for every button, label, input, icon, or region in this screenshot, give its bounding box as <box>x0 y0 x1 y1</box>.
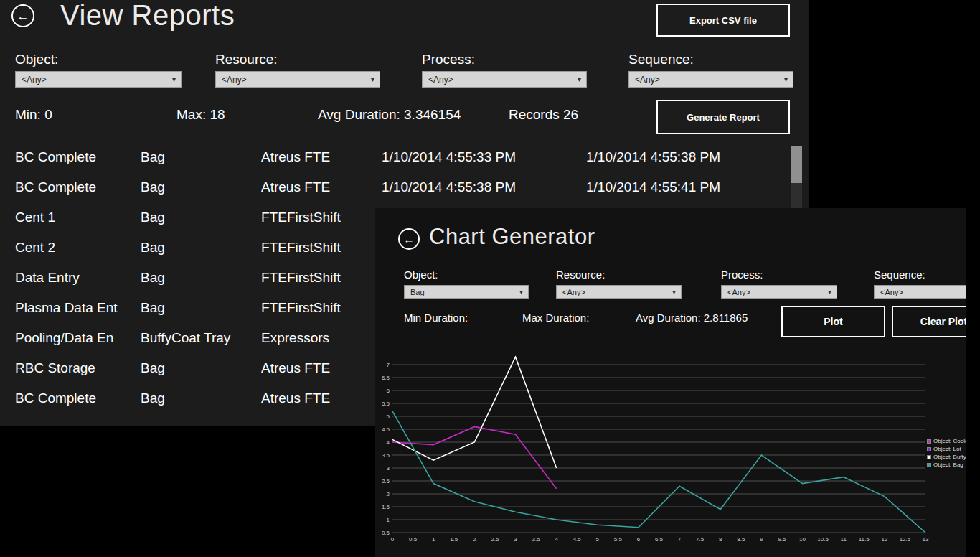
sequence-dropdown[interactable]: <Any> ▾ <box>874 285 966 299</box>
legend-item: Object: Buffy <box>927 454 966 460</box>
svg-text:4.5: 4.5 <box>382 426 390 433</box>
svg-text:4.5: 4.5 <box>573 536 582 543</box>
svg-text:6.5: 6.5 <box>382 375 390 381</box>
svg-text:4: 4 <box>555 536 558 543</box>
table-cell: Bag <box>141 383 261 413</box>
chevron-down-icon: ▾ <box>578 76 586 83</box>
svg-text:1: 1 <box>387 517 390 523</box>
svg-text:12: 12 <box>881 536 887 543</box>
svg-text:3.5: 3.5 <box>532 536 540 543</box>
svg-text:8.5: 8.5 <box>737 536 745 543</box>
avg-duration-stat: Avg Duration: 2.811865 <box>636 312 748 324</box>
chart-plot-area: 0.511.522.533.544.555.566.5700.511.522.5… <box>381 352 955 549</box>
object-dropdown[interactable]: Bag ▾ <box>404 285 529 299</box>
dropdown-value: <Any> <box>216 75 371 85</box>
svg-text:12.5: 12.5 <box>900 536 911 543</box>
dropdown-value: <Any> <box>16 75 172 85</box>
min-duration-stat: Min Duration: <box>404 312 468 324</box>
back-icon: ← <box>404 233 415 245</box>
scrollbar-thumb[interactable] <box>791 146 802 183</box>
svg-text:2: 2 <box>473 536 476 543</box>
legend-item: Object: Lot <box>927 446 966 452</box>
dropdown-value: Bag <box>405 288 519 296</box>
svg-text:5: 5 <box>387 413 390 420</box>
table-cell: Bag <box>141 202 261 233</box>
table-cell: FTEFirstShift <box>261 202 382 233</box>
resource-dropdown[interactable]: <Any> ▾ <box>215 71 380 88</box>
svg-text:11: 11 <box>841 536 847 543</box>
svg-text:5.5: 5.5 <box>614 536 623 543</box>
svg-text:2.5: 2.5 <box>382 478 390 485</box>
generate-report-button[interactable]: Generate Report <box>656 100 790 134</box>
legend-label: Object: Bag <box>933 462 963 468</box>
svg-text:2: 2 <box>387 491 390 497</box>
svg-text:6: 6 <box>637 536 641 543</box>
process-filter-label: Process: <box>422 52 475 67</box>
svg-text:10: 10 <box>799 536 806 543</box>
clear-plot-button[interactable]: Clear Plot <box>892 306 966 337</box>
desktop-background: ← View Reports Export CSV file Object: R… <box>0 0 980 557</box>
resource-filter-label: Resource: <box>556 268 605 281</box>
back-button[interactable]: ← <box>398 228 420 250</box>
svg-text:4: 4 <box>387 439 390 446</box>
max-stat: Max: 18 <box>176 107 225 123</box>
sequence-filter-label: Sequence: <box>628 52 694 67</box>
table-row[interactable]: BC CompleteBagAtreus FTE1/10/2014 4:55:3… <box>15 172 776 202</box>
sequence-dropdown[interactable]: <Any> ▾ <box>628 71 793 88</box>
legend-label: Object: Lot <box>933 446 961 452</box>
table-cell: Expressors <box>261 323 382 353</box>
page-title: View Reports <box>60 0 235 32</box>
svg-text:2.5: 2.5 <box>491 536 499 543</box>
svg-text:6: 6 <box>387 388 390 394</box>
legend-swatch-icon <box>927 463 931 467</box>
svg-text:5: 5 <box>596 536 600 543</box>
chart-generator-window: ← Chart Generator Object: Resource: Proc… <box>375 208 966 557</box>
table-cell: Bag <box>141 233 261 263</box>
svg-text:0: 0 <box>391 536 395 543</box>
chart-legend: Object: CooleObject: LotObject: BuffyObj… <box>927 438 966 469</box>
table-cell: Cent 1 <box>15 202 141 233</box>
table-cell: RBC Storage <box>15 353 141 383</box>
legend-swatch-icon <box>927 455 931 459</box>
chevron-down-icon: ▾ <box>828 289 837 296</box>
table-cell: Atreus FTE <box>261 142 382 172</box>
legend-label: Object: Coole <box>933 438 966 444</box>
legend-swatch-icon <box>927 439 931 444</box>
table-cell: 1/10/2014 4:55:41 PM <box>586 172 776 202</box>
export-csv-button[interactable]: Export CSV file <box>656 4 790 37</box>
object-filter-label: Object: <box>404 268 438 281</box>
table-cell: Cent 2 <box>15 233 141 263</box>
table-cell: BC Complete <box>15 383 141 413</box>
svg-text:6.5: 6.5 <box>655 536 664 543</box>
object-filter-label: Object: <box>15 52 58 67</box>
svg-text:9.5: 9.5 <box>778 536 786 543</box>
table-cell: Pooling/Data En <box>15 323 141 353</box>
process-filter-label: Process: <box>721 268 763 281</box>
max-duration-stat: Max Duration: <box>522 312 589 324</box>
back-icon: ← <box>17 9 29 23</box>
process-dropdown[interactable]: <Any> ▾ <box>721 285 837 299</box>
table-row[interactable]: BC CompleteBagAtreus FTE1/10/2014 4:55:3… <box>15 142 776 172</box>
svg-text:3.5: 3.5 <box>382 452 390 459</box>
object-dropdown[interactable]: <Any> ▾ <box>15 71 182 88</box>
svg-text:3: 3 <box>387 465 390 472</box>
svg-text:7: 7 <box>387 362 390 368</box>
svg-text:5.5: 5.5 <box>382 401 390 407</box>
svg-text:0.5: 0.5 <box>382 530 390 536</box>
chevron-down-icon: ▾ <box>672 289 681 296</box>
resource-filter-label: Resource: <box>215 52 278 67</box>
process-dropdown[interactable]: <Any> ▾ <box>422 71 587 88</box>
resource-dropdown[interactable]: <Any> ▾ <box>556 285 682 299</box>
dropdown-value: <Any> <box>722 288 828 296</box>
dropdown-value: <Any> <box>423 75 578 85</box>
svg-text:0.5: 0.5 <box>409 536 418 543</box>
chevron-down-icon: ▾ <box>784 76 793 83</box>
plot-button[interactable]: Plot <box>781 306 885 337</box>
svg-text:1.5: 1.5 <box>382 504 390 510</box>
table-cell: FTEFirstShift <box>261 293 382 323</box>
table-cell: Data Entry <box>15 263 141 293</box>
back-button[interactable]: ← <box>11 4 34 27</box>
table-cell: 1/10/2014 4:55:33 PM <box>382 142 586 172</box>
table-cell: Atreus FTE <box>261 353 382 383</box>
svg-text:1.5: 1.5 <box>450 536 458 543</box>
